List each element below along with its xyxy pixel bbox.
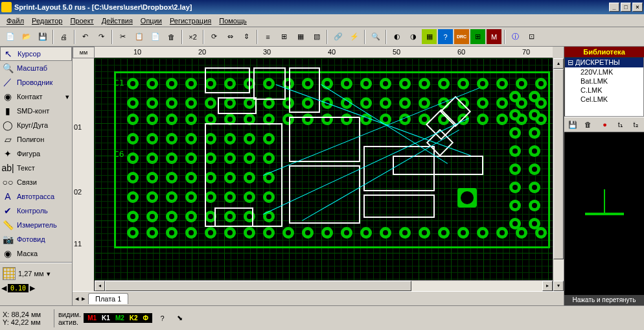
text-icon: ab| (3, 163, 13, 173)
tree-button[interactable]: ⊡ (524, 29, 539, 44)
status-tool-button[interactable]: ⬊ (172, 311, 187, 325)
copy-button[interactable]: 📋 (132, 29, 146, 44)
tool-smd[interactable]: ▮SMD-конт (0, 104, 72, 118)
paste-button[interactable]: 📄 (148, 29, 163, 44)
menu-options[interactable]: Опции (137, 16, 166, 26)
close-button[interactable]: × (632, 3, 643, 12)
layer-strip[interactable]: M1 K1 M2 K2 Ф (84, 313, 152, 323)
lib-item[interactable]: Cel.LMK (565, 95, 643, 104)
layer2-button[interactable]: ◑ (406, 29, 420, 44)
tool-text[interactable]: ab|Текст (0, 161, 72, 175)
zoom-icon: 🔍 (3, 63, 13, 73)
menu-actions[interactable]: Действия (98, 16, 137, 26)
mirror-h-button[interactable]: ⇔ (223, 29, 238, 44)
zoom-button[interactable]: 🔍 (368, 29, 383, 44)
coords: X: 88,24 мм Y: 42,22 мм (0, 309, 54, 327)
dup-button[interactable]: ×2 (185, 29, 200, 44)
cursor-icon: ↖ (3, 49, 14, 59)
ruler-unit: мм (73, 47, 95, 58)
library-toolbar: 💾 🗑 ● t₁ t₂ (564, 117, 644, 132)
board-tabs: ◂ ▸ Плата 1 (73, 291, 564, 305)
tool-mask[interactable]: ◉Маска (0, 246, 72, 261)
track-icon: ／ (3, 77, 13, 88)
lib-del-button[interactable]: 🗑 (581, 117, 595, 132)
snap-button[interactable]: ⊞ (277, 29, 292, 44)
undo-button[interactable]: ↶ (78, 29, 93, 44)
tool-circle[interactable]: ◯Круг/Дуга (0, 118, 72, 132)
lib-item[interactable]: C.LMK (565, 86, 643, 95)
zoom-in-icon[interactable]: ▶ (30, 284, 35, 292)
menu-project[interactable]: Проект (66, 16, 97, 26)
tool-a[interactable]: ▦ (422, 29, 437, 44)
cut-button[interactable]: ✂ (115, 29, 130, 44)
shape-icon: ✦ (3, 148, 13, 159)
new-button[interactable]: 📄 (3, 29, 17, 44)
scroll-up-button[interactable]: ▴ (553, 58, 564, 69)
lib-t1-button[interactable]: t₁ (613, 117, 627, 132)
tab-next-icon[interactable]: ▸ (82, 294, 86, 303)
check-icon: ✔ (3, 206, 13, 216)
maximize-button[interactable]: □ (621, 3, 631, 12)
menu-file[interactable]: Файл (3, 16, 28, 26)
ungroup-button[interactable]: ▧ (309, 29, 324, 44)
lib-item[interactable]: 220V.LMK (565, 67, 643, 77)
photo-icon: 📷 (3, 234, 13, 244)
main-toolbar: 📄 📂 💾 🖨 ↶ ↷ ✂ 📋 📄 🗑 ×2 ⟳ ⇔ ⇕ ≡ ⊞ ▦ ▧ 🔗 ⚡… (0, 27, 644, 47)
app-icon (1, 2, 12, 12)
mask-icon: ◉ (3, 248, 13, 259)
align-button[interactable]: ≡ (260, 29, 275, 44)
print-button[interactable]: 🖨 (56, 29, 71, 44)
tool-track[interactable]: ／Проводник (0, 75, 72, 89)
lib-rec-button[interactable]: ● (598, 117, 612, 132)
mirror-v-button[interactable]: ⇕ (239, 29, 254, 44)
menu-help[interactable]: Помощь (215, 16, 251, 26)
info-button[interactable]: ⓘ (508, 29, 523, 44)
tool-poly[interactable]: ▱Полигон (0, 132, 72, 147)
pcb-canvas[interactable]: C1 C6 (95, 58, 553, 280)
layer1-button[interactable]: ◐ (389, 29, 404, 44)
lib-t2-button[interactable]: t₂ (628, 117, 643, 132)
save-button[interactable]: 💾 (35, 29, 50, 44)
library-tree[interactable]: ⊟ ДИСКРЕТНЫ 220V.LMK Bat.LMK C.LMK Cel.L… (564, 57, 644, 117)
tool-m[interactable]: M (487, 29, 501, 44)
scroll-right-button[interactable]: ▸ (542, 281, 553, 291)
delete-button[interactable]: 🗑 (164, 29, 179, 44)
tool-photo[interactable]: 📷Фотовид (0, 232, 72, 246)
scroll-down-button[interactable]: ▾ (553, 281, 564, 291)
conn-button[interactable]: 🔗 (330, 29, 345, 44)
open-button[interactable]: 📂 (19, 29, 34, 44)
tool-zoom[interactable]: 🔍Масштаб (0, 61, 72, 75)
tool-conn[interactable]: ○○Связи (0, 175, 72, 189)
tool-b[interactable]: ? (438, 29, 453, 44)
group-button[interactable]: ▦ (293, 29, 308, 44)
left-tool-panel: ↖Курсор🔍Масштаб／Проводник◉Контакт▾▮SMD-к… (0, 47, 73, 305)
auto-button[interactable]: ⚡ (347, 29, 362, 44)
scroll-left-button[interactable]: ◂ (95, 281, 105, 291)
rotate-button[interactable]: ⟳ (207, 29, 222, 44)
tool-cursor[interactable]: ↖Курсор (0, 47, 72, 61)
h-scrollbar[interactable]: ◂ ▸ (95, 280, 553, 291)
tab-board1[interactable]: Плата 1 (88, 293, 128, 304)
lib-item[interactable]: Bat.LMK (565, 77, 643, 86)
tool-shape[interactable]: ✦Фигура (0, 147, 72, 161)
tool-drc[interactable]: DRC (454, 29, 469, 44)
menubar: Файл Редактор Проект Действия Опции Реги… (0, 14, 644, 27)
menu-register[interactable]: Регистрация (166, 16, 215, 26)
zoom-out-icon[interactable]: ◀ (1, 284, 6, 292)
chevron-down-icon: ▾ (47, 270, 51, 278)
tab-prev-icon[interactable]: ◂ (75, 294, 79, 303)
tool-pad[interactable]: ◉Контакт▾ (0, 89, 72, 104)
tool-auto[interactable]: AАвтотрасса (0, 189, 72, 204)
minimize-button[interactable]: _ (609, 3, 619, 12)
grid-info[interactable]: 1,27 мм ▾ (0, 265, 72, 283)
v-scrollbar[interactable]: ▴ ▾ (553, 58, 564, 291)
v-ruler: 01 02 11 (73, 58, 95, 291)
tool-c[interactable]: ⊞ (470, 29, 485, 44)
tool-check[interactable]: ✔Контроль (0, 204, 72, 218)
meas-icon: 📏 (3, 220, 13, 230)
menu-edit[interactable]: Редактор (28, 16, 66, 26)
tool-meas[interactable]: 📏Измеритель (0, 218, 72, 232)
status-help-button[interactable]: ? (155, 311, 170, 325)
redo-button[interactable]: ↷ (94, 29, 109, 44)
lib-save-button[interactable]: 💾 (566, 117, 580, 132)
